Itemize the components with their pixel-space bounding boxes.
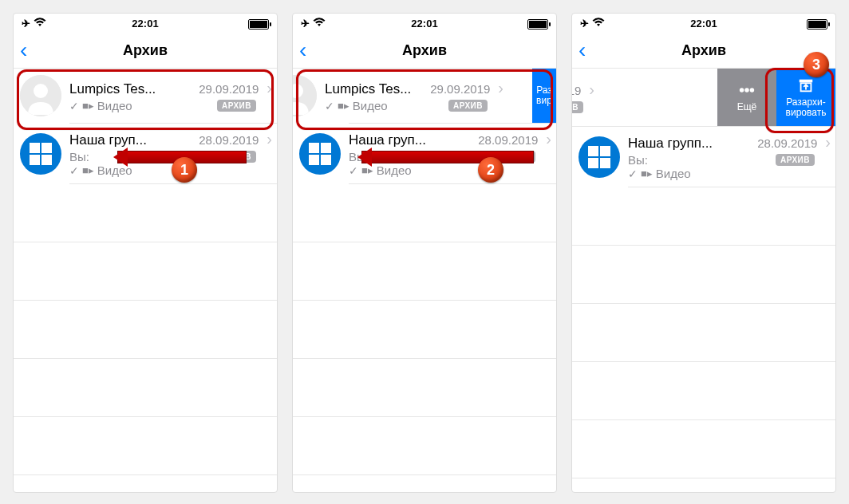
svg-rect-7: [800, 79, 813, 82]
wifi-icon: [592, 18, 605, 30]
chat-list: Lumpics Tes... 29.09.2019 › ✓ ■▸ Видео А…: [293, 68, 556, 475]
more-label: Ещё: [736, 102, 759, 112]
avatar-windows: [579, 136, 620, 178]
chat-date: 28.09.2019: [478, 133, 538, 147]
panel-3: ✈ 22:01 ‹ Архив Tes... 29.09.2019 ›: [571, 13, 836, 493]
chat-date: 29.09.2019: [199, 82, 259, 96]
panel-2: ✈ 22:01 ‹ Архив Lumpics Tes... 29.09.201…: [292, 13, 557, 493]
archive-badge: АРХИВ: [217, 151, 256, 163]
empty-row: [293, 359, 556, 417]
chevron-right-icon: ›: [825, 133, 831, 152]
check-icon: ✓: [628, 167, 638, 180]
status-time: 22:01: [383, 18, 465, 30]
chat-list: Tes... 29.09.2019 › Видео АРХИВ Ещё: [572, 68, 835, 478]
nav-title: Архив: [14, 42, 277, 59]
status-time: 22:01: [662, 18, 744, 30]
empty-row: [572, 304, 835, 362]
check-icon: ✓: [69, 100, 79, 112]
more-button[interactable]: Ещё: [717, 69, 776, 126]
airplane-mode-icon: ✈: [301, 18, 310, 30]
chat-row-group[interactable]: Наша груп... 28.09.2019 › Вы: АРХИВ ✓ ■▸…: [14, 124, 277, 183]
chat-name: Lumpics Tes...: [69, 81, 156, 97]
check-icon: ✓: [349, 164, 358, 177]
back-button[interactable]: ‹: [20, 39, 27, 61]
empty-row: [572, 420, 835, 478]
avatar-windows: [20, 133, 61, 175]
empty-row: [293, 184, 556, 242]
empty-row: [14, 417, 277, 475]
battery-icon: [807, 19, 827, 30]
svg-point-5: [745, 89, 748, 93]
chevron-right-icon: ›: [498, 79, 503, 97]
archive-badge: АРХИВ: [776, 154, 815, 166]
back-button[interactable]: ‹: [579, 39, 586, 61]
more-icon: [738, 81, 756, 99]
chat-date: 29.09.2019: [572, 84, 581, 97]
archive-badge: АРХИВ: [496, 151, 535, 163]
empty-row: [293, 242, 556, 301]
video-icon: ■▸: [338, 100, 349, 112]
unarchive-label-peek: Раз вир: [535, 85, 554, 106]
empty-row: [293, 417, 556, 475]
chat-subtitle: Видео: [97, 99, 132, 112]
status-bar: ✈ 22:01: [293, 14, 556, 33]
you-label: Вы:: [628, 153, 648, 167]
chat-row-lumpics-swiped[interactable]: Tes... 29.09.2019 › Видео АРХИВ Ещё: [572, 69, 835, 126]
chat-subtitle: Видео: [656, 167, 691, 180]
airplane-mode-icon: ✈: [22, 18, 30, 30]
archive-badge: АРХИВ: [572, 101, 583, 113]
svg-point-6: [751, 89, 754, 93]
battery-icon: [527, 19, 548, 30]
svg-point-4: [740, 89, 744, 93]
chat-name: Наша груп...: [69, 132, 147, 148]
empty-row: [572, 362, 835, 420]
chat-date: 28.09.2019: [757, 136, 817, 150]
chat-subtitle: Видео: [97, 163, 132, 177]
chat-subtitle: Видео: [353, 99, 388, 112]
video-icon: ■▸: [361, 164, 373, 176]
chat-row-group[interactable]: Наша групп... 28.09.2019 › Вы: АРХИВ ✓ ■…: [572, 127, 835, 187]
chat-name: Lumpics Tes...: [325, 81, 411, 97]
wifi-icon: [34, 18, 46, 30]
you-label: Вы:: [69, 150, 89, 163]
svg-point-1: [34, 84, 48, 98]
unarchive-icon: [797, 77, 815, 94]
status-bar: ✈ 22:01: [572, 14, 835, 33]
battery-icon: [248, 19, 269, 30]
chat-name: Наша груп...: [349, 132, 426, 148]
avatar-placeholder: [293, 75, 317, 116]
archive-badge: АРХИВ: [217, 100, 256, 112]
panel-1: ✈ 22:01 ‹ Архив Lumpics Tes... 29.09.201…: [13, 13, 278, 493]
check-icon: ✓: [325, 100, 334, 112]
empty-row: [14, 301, 277, 359]
status-time: 22:01: [104, 18, 186, 30]
chat-row-lumpics[interactable]: Lumpics Tes... 29.09.2019 › ✓ ■▸ Видео А…: [14, 69, 277, 123]
empty-row: [572, 187, 835, 246]
nav-title: Архив: [572, 42, 835, 59]
navigation-bar: ‹ Архив: [293, 33, 556, 68]
chat-list: Lumpics Tes... 29.09.2019 › ✓ ■▸ Видео А…: [14, 68, 277, 475]
unarchive-label: Разархи-вировать: [784, 97, 828, 118]
airplane-mode-icon: ✈: [580, 18, 589, 30]
avatar-windows: [299, 133, 341, 175]
back-button[interactable]: ‹: [299, 39, 306, 61]
empty-row: [14, 184, 277, 242]
wifi-icon: [313, 18, 326, 30]
video-icon: ■▸: [82, 164, 94, 176]
avatar-placeholder: [20, 75, 61, 116]
video-icon: ■▸: [641, 167, 653, 179]
unarchive-button[interactable]: Разархи-вировать: [776, 69, 835, 126]
empty-row: [572, 246, 835, 304]
nav-title: Архив: [293, 42, 556, 59]
chevron-right-icon: ›: [267, 79, 272, 97]
chat-row-group[interactable]: Наша груп... 28.09.2019 › Вы: АРХИВ ✓ ■▸…: [293, 124, 556, 183]
archive-badge: АРХИВ: [448, 100, 488, 112]
unarchive-button-peek[interactable]: Раз вир: [532, 69, 556, 123]
chat-row-lumpics[interactable]: Lumpics Tes... 29.09.2019 › ✓ ■▸ Видео А…: [293, 69, 556, 123]
empty-row: [293, 301, 556, 359]
chat-subtitle: Видео: [377, 163, 412, 177]
navigation-bar: ‹ Архив: [572, 33, 835, 68]
you-label: Вы:: [349, 150, 369, 163]
navigation-bar: ‹ Архив: [14, 33, 277, 68]
chat-date: 28.09.2019: [199, 133, 259, 147]
